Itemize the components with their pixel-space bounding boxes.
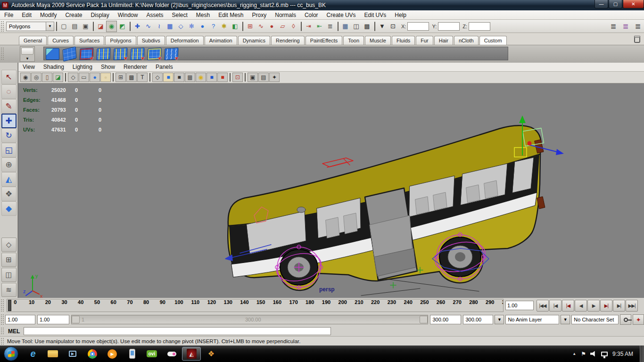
separator[interactable] bbox=[55, 21, 58, 32]
shelf-poly-extrude-icon[interactable] bbox=[95, 46, 111, 61]
menu-item[interactable]: Mesh bbox=[192, 11, 214, 19]
soft-mod-tool-icon[interactable]: ◭ bbox=[1, 172, 17, 187]
panel-toolbar-icon[interactable] bbox=[111, 73, 115, 82]
range-options-dropdown[interactable]: ▼ bbox=[495, 315, 504, 324]
anim-layer-field[interactable] bbox=[505, 315, 559, 324]
image-plane-icon[interactable]: ◪ bbox=[53, 73, 63, 82]
x-coord-field[interactable] bbox=[407, 22, 429, 31]
ortho-layout-icon[interactable]: ▤ bbox=[258, 73, 269, 82]
viewport-canvas[interactable]: y z x Verts:2502000Edges:4146800Faces:20… bbox=[18, 83, 644, 298]
select-object-icon[interactable]: ◉ bbox=[106, 21, 117, 32]
select-tool-icon[interactable]: ↖ bbox=[1, 70, 17, 84]
shelf-poly-append-icon[interactable] bbox=[146, 46, 162, 61]
use-lights-icon[interactable]: ◉ bbox=[196, 73, 206, 82]
show-tool-settings-icon[interactable]: ≣ bbox=[619, 21, 632, 32]
show-manipulator-icon[interactable]: ❖ bbox=[1, 187, 17, 201]
close-button[interactable]: ✕ bbox=[623, 0, 644, 8]
playback-start-field[interactable] bbox=[37, 315, 69, 324]
default-material-icon[interactable]: ● bbox=[100, 73, 111, 82]
film-gate-icon[interactable]: ▭ bbox=[79, 73, 89, 82]
minimize-button[interactable]: — bbox=[594, 0, 608, 8]
blue-cube-icon[interactable]: ■ bbox=[206, 73, 217, 82]
drag-handle[interactable] bbox=[0, 337, 5, 345]
shelf-tab[interactable]: Animation bbox=[205, 36, 237, 45]
trash-icon[interactable] bbox=[634, 36, 640, 43]
playback-end-field[interactable] bbox=[430, 315, 461, 324]
go-to-start-button[interactable]: |◀◀ bbox=[537, 300, 549, 312]
shelf-poly-cube-icon[interactable] bbox=[44, 46, 60, 61]
select-component-icon[interactable]: ◩ bbox=[117, 21, 128, 32]
drag-handle[interactable] bbox=[0, 327, 5, 335]
panel-menu-item[interactable]: Shading bbox=[39, 63, 68, 71]
panel-menu-item[interactable]: Lighting bbox=[68, 63, 97, 71]
open-scene-icon[interactable]: ▤ bbox=[69, 21, 80, 32]
menu-item[interactable]: Assets bbox=[142, 11, 167, 19]
separator[interactable] bbox=[128, 21, 132, 32]
mask-curve-point-icon[interactable]: ∿ bbox=[143, 21, 154, 32]
menu-item[interactable]: Help bbox=[390, 11, 411, 19]
smooth-shade-cube-icon[interactable]: ■ bbox=[163, 73, 173, 82]
panel-menu-item[interactable]: Panels bbox=[151, 63, 177, 71]
show-desktop-button[interactable] bbox=[640, 346, 644, 362]
shelf-tab[interactable]: Surfaces bbox=[74, 36, 104, 45]
play-backwards-button[interactable]: ◀ bbox=[575, 300, 587, 312]
anim-start-field[interactable] bbox=[5, 315, 35, 324]
shelf-tab[interactable]: Muscle bbox=[365, 36, 391, 45]
show-attribute-editor-icon[interactable]: ≣ bbox=[607, 21, 619, 32]
bookmark-icon[interactable]: ▯ bbox=[42, 73, 52, 82]
chrome-icon[interactable] bbox=[83, 347, 102, 361]
y-coord-field[interactable] bbox=[438, 22, 460, 31]
separator[interactable] bbox=[336, 21, 339, 32]
select-camera-icon[interactable]: ◉ bbox=[20, 73, 31, 82]
separator[interactable] bbox=[299, 21, 303, 32]
menu-item[interactable]: Create UVs bbox=[322, 11, 360, 19]
maximize-button[interactable]: ▢ bbox=[609, 0, 622, 8]
textured-cube-icon[interactable]: ▩ bbox=[185, 73, 195, 82]
step-back-frame-button[interactable]: |◀ bbox=[549, 300, 561, 312]
panel-menu-item[interactable]: View bbox=[18, 63, 39, 71]
snap-grid-icon[interactable]: ⊞ bbox=[245, 21, 256, 32]
menu-item[interactable]: Normals bbox=[271, 11, 300, 19]
shaded-display-icon[interactable]: ● bbox=[90, 73, 100, 82]
separator[interactable] bbox=[241, 21, 244, 32]
shelf-tab[interactable]: Dynamics bbox=[238, 36, 270, 45]
snap-curve-icon[interactable]: ∿ bbox=[256, 21, 266, 32]
grid-display-icon[interactable]: ⊞ bbox=[116, 73, 126, 82]
step-forward-frame-button[interactable]: ▶| bbox=[613, 300, 625, 312]
output-connections-icon[interactable]: ⇤ bbox=[314, 21, 325, 32]
range-end-handle[interactable] bbox=[420, 316, 428, 323]
menu-item[interactable]: Modify bbox=[36, 11, 61, 19]
wmp-icon[interactable]: ▶ bbox=[63, 347, 82, 361]
panel-toolbar-icon[interactable] bbox=[64, 73, 67, 82]
mel-input[interactable] bbox=[24, 327, 331, 335]
action-center-flag-icon[interactable]: ⚑ bbox=[581, 351, 586, 357]
play-forwards-button[interactable]: ▶ bbox=[587, 300, 600, 312]
shelf-tab[interactable]: Hair bbox=[434, 36, 453, 45]
z-coord-field[interactable] bbox=[469, 22, 490, 31]
panel-toolbar-icon[interactable] bbox=[228, 73, 232, 82]
ovi-suite-icon[interactable]: ovi bbox=[142, 347, 161, 361]
network-icon[interactable] bbox=[601, 352, 608, 356]
time-slider-track[interactable]: 0 10 20 30 40 50 60 70 bbox=[7, 299, 504, 312]
camera-attributes-icon[interactable]: ◎ bbox=[31, 73, 41, 82]
step-forward-key-button[interactable]: ▶| bbox=[600, 300, 612, 312]
mel-label[interactable]: MEL bbox=[8, 328, 20, 335]
input-connections-icon[interactable]: ⇥ bbox=[303, 21, 314, 32]
panel-toolbar-icon[interactable] bbox=[148, 73, 152, 82]
phone-suite-icon[interactable] bbox=[123, 347, 141, 361]
step-back-key-button[interactable]: |◀ bbox=[562, 300, 574, 312]
start-button[interactable] bbox=[4, 346, 18, 361]
menu-item[interactable]: Proxy bbox=[248, 11, 271, 19]
shelf-tab[interactable]: Toon bbox=[343, 36, 364, 45]
render-ball-icon[interactable]: ● bbox=[197, 21, 208, 32]
layout-four-view-icon[interactable]: ⊞ bbox=[1, 253, 17, 267]
character-set-field[interactable] bbox=[571, 315, 619, 324]
drag-handle[interactable] bbox=[0, 21, 5, 32]
separator[interactable] bbox=[373, 21, 376, 32]
shelf-poly-cut-icon[interactable] bbox=[163, 46, 179, 61]
drag-handle[interactable] bbox=[0, 299, 5, 312]
mask-marker-icon[interactable]: ◇ bbox=[175, 21, 186, 32]
shelf-tab[interactable]: Subdivs bbox=[137, 36, 165, 45]
highlight-selection-icon[interactable]: ◧ bbox=[230, 21, 240, 32]
scale-tool-icon[interactable]: ◱ bbox=[1, 143, 17, 157]
